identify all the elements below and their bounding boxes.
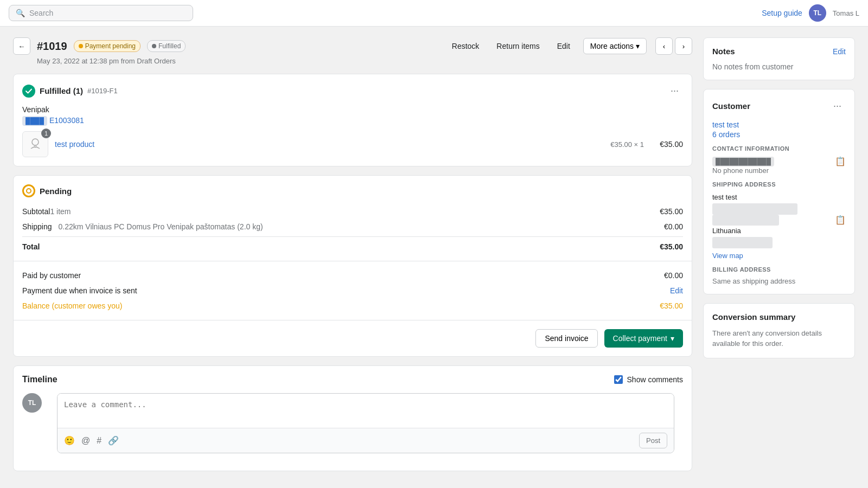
show-comments-row: Show comments — [614, 375, 683, 384]
fulfillment-dot — [152, 44, 156, 48]
timeline-header: Timeline Show comments — [14, 366, 692, 393]
shipping-address-text: test test █████████████████ ██████ █████… — [712, 192, 797, 248]
more-actions-button[interactable]: More actions ▾ — [583, 38, 647, 54]
restock-button[interactable]: Restock — [448, 38, 484, 54]
fulfilled-icon — [22, 85, 35, 98]
customer-header: Customer ··· — [712, 98, 846, 114]
view-map-link[interactable]: View map — [712, 252, 846, 260]
prev-order-button[interactable]: ‹ — [655, 37, 673, 55]
top-right-actions: Setup guide TL Tomas L — [762, 4, 859, 22]
paid-row: Paid by customer €0.00 — [22, 268, 683, 283]
notes-header: Notes Edit — [712, 47, 846, 56]
timeline-title: Timeline — [22, 375, 58, 384]
chevron-left-icon: ‹ — [663, 42, 665, 50]
return-items-button[interactable]: Return items — [492, 38, 544, 54]
conversion-header: Conversion summary — [712, 312, 846, 322]
comment-input[interactable] — [58, 394, 674, 426]
hashtag-button[interactable]: # — [97, 435, 101, 446]
collect-payment-button[interactable]: Collect payment ▾ — [604, 329, 683, 348]
shipping-phone: ████████████ — [712, 237, 773, 248]
payment-section: Paid by customer €0.00 Payment due when … — [14, 261, 692, 320]
more-actions-label: More actions — [590, 42, 634, 50]
subtotal-items: 1 item — [50, 207, 71, 216]
shipping-address-label: SHIPPING ADDRESS — [712, 181, 846, 188]
header-actions: Restock Return items Edit More actions ▾… — [448, 37, 692, 55]
sidebar: Notes Edit No notes from customer Custom… — [703, 37, 855, 471]
post-button[interactable]: Post — [639, 433, 667, 448]
fulfillment-status-text: Fulfilled — [158, 42, 181, 50]
next-order-button[interactable]: › — [675, 37, 692, 55]
product-image — [27, 136, 44, 153]
shipping-method: 0.22km Vilniaus PC Domus Pro Venipak paš… — [59, 222, 658, 231]
product-price: €35.00 × 1 — [610, 140, 644, 149]
copy-email-button[interactable]: 📋 — [835, 156, 846, 166]
total-row: Total €35.00 — [22, 236, 683, 254]
send-invoice-button[interactable]: Send invoice — [535, 329, 597, 348]
phone-text: No phone number — [712, 166, 846, 175]
collect-payment-label: Collect payment — [613, 334, 667, 343]
nav-arrows: ‹ › — [655, 37, 692, 55]
timeline-avatar: TL — [22, 393, 42, 413]
notes-edit-link[interactable]: Edit — [833, 47, 846, 56]
edit-button[interactable]: Edit — [553, 38, 575, 54]
more-actions-chevron-icon: ▾ — [636, 42, 640, 50]
customer-orders-link[interactable]: 6 orders — [712, 130, 846, 139]
contact-row: ████████████ 📋 — [712, 156, 846, 166]
product-name-link[interactable]: test product — [55, 140, 604, 149]
show-comments-checkbox[interactable] — [614, 375, 623, 384]
fulfilled-title-row: Fulfilled (1) #1019-F1 — [22, 85, 118, 98]
notes-card: Notes Edit No notes from customer — [703, 37, 855, 80]
top-bar: 🔍 Search Setup guide TL Tomas L — [0, 0, 868, 27]
tracking-number-blurred: ████ — [22, 116, 47, 126]
conversion-text: There aren't any conversion details avai… — [712, 328, 846, 349]
payment-due-label: Payment due when invoice is sent — [22, 286, 137, 295]
page-header: ← #1019 Payment pending Fulfilled Restoc… — [13, 37, 692, 55]
link-button[interactable]: 🔗 — [108, 435, 119, 446]
search-icon: 🔍 — [16, 9, 25, 17]
customer-name-link[interactable]: test test — [712, 120, 846, 129]
mention-button[interactable]: @ — [81, 435, 90, 446]
fulfilled-more-button[interactable]: ··· — [666, 83, 683, 99]
balance-label: Balance (customer owes you) — [22, 301, 122, 310]
fulfilled-card-body: Venipak ████ E1003081 1 — [14, 105, 692, 166]
contact-info-label: CONTACT INFORMATION — [712, 145, 846, 152]
emoji-button[interactable]: 🙂 — [64, 435, 75, 446]
conversion-card: Conversion summary There aren't any conv… — [703, 303, 855, 358]
fulfilled-card-header: Fulfilled (1) #1019-F1 ··· — [14, 74, 692, 105]
carrier-name: Venipak — [22, 105, 683, 114]
balance-amount: €35.00 — [660, 301, 683, 310]
shipping-amount: €0.00 — [664, 222, 683, 231]
notes-title: Notes — [712, 47, 735, 56]
customer-more-button[interactable]: ··· — [829, 98, 846, 114]
billing-same-text: Same as shipping address — [712, 277, 846, 285]
search-box[interactable]: 🔍 Search — [9, 5, 193, 21]
fulfilled-card: Fulfilled (1) #1019-F1 ··· Venipak ████ … — [13, 74, 692, 166]
shipping-address1: █████████████████ — [712, 203, 797, 215]
payment-due-row: Payment due when invoice is sent Edit — [22, 283, 683, 298]
setup-guide-link[interactable]: Setup guide — [762, 9, 802, 17]
total-amount: €35.00 — [660, 242, 683, 251]
balance-row: Balance (customer owes you) €35.00 — [22, 298, 683, 313]
main-content: ← #1019 Payment pending Fulfilled Restoc… — [13, 37, 692, 471]
order-details: Subtotal 1 item €35.00 Shipping 0.22km V… — [14, 204, 692, 261]
subtotal-label: Subtotal — [22, 207, 50, 216]
comment-area: 🙂 @ # 🔗 Post — [57, 393, 674, 453]
timeline-section: Timeline Show comments TL 🙂 @ # 🔗 — [13, 365, 692, 471]
comment-row: TL 🙂 @ # 🔗 Post — [14, 393, 692, 471]
subtotal-amount: €35.00 — [660, 207, 683, 216]
user-name: Tomas L — [833, 9, 859, 17]
fulfillment-status-badge: Fulfilled — [147, 40, 186, 52]
comment-icons: 🙂 @ # 🔗 — [64, 435, 119, 446]
shipping-address2: ██████ ███████ — [712, 215, 779, 226]
product-row: 1 test product €35.00 × 1 €35.00 — [22, 131, 683, 157]
tracking-number-link[interactable]: E1003081 — [49, 116, 84, 125]
pending-header: Pending — [14, 176, 692, 204]
back-button[interactable]: ← — [13, 37, 30, 55]
collect-chevron-icon: ▾ — [671, 334, 674, 343]
copy-address-button[interactable]: 📋 — [835, 215, 846, 225]
comment-toolbar: 🙂 @ # 🔗 Post — [58, 428, 674, 453]
avatar: TL — [809, 4, 826, 22]
chevron-right-icon: › — [682, 42, 685, 50]
payment-due-edit[interactable]: Edit — [670, 286, 683, 295]
payment-status-badge: Payment pending — [74, 40, 141, 52]
